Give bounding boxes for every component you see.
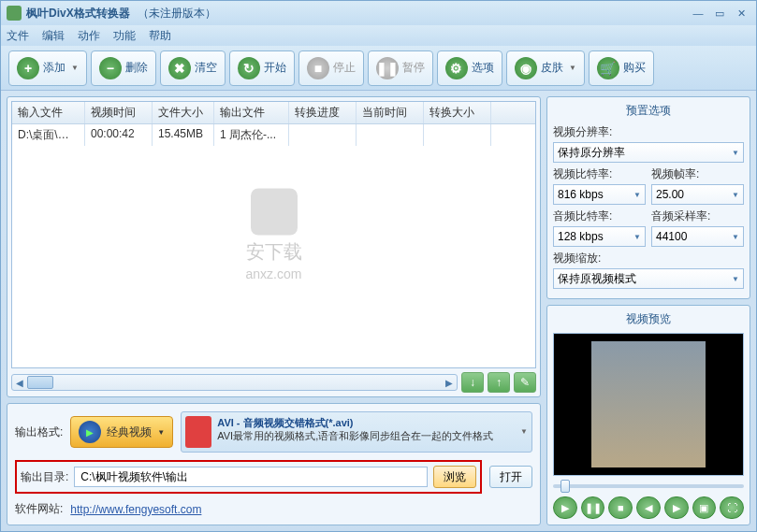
col-input[interactable]: 输入文件 [12, 102, 85, 123]
refresh-icon: ↻ [238, 57, 260, 79]
menu-help[interactable]: 帮助 [149, 28, 171, 44]
output-dir-input[interactable] [74, 467, 428, 487]
add-button[interactable]: +添加▼ [8, 50, 87, 86]
chevron-down-icon: ▼ [732, 191, 739, 199]
col-size[interactable]: 文件大小 [153, 102, 214, 123]
col-time[interactable]: 当前时间 [357, 102, 424, 123]
app-window: 枫叶DivX格式转换器 （未注册版本） — ▭ ✕ 文件 编辑 动作 功能 帮助… [0, 0, 757, 532]
samplerate-select[interactable]: 44100▼ [651, 226, 744, 247]
pause-button[interactable]: ❚❚ [581, 496, 605, 519]
table-body[interactable]: D:\桌面\说明... 00:00:42 15.45MB 1 周杰伦-... [12, 124, 535, 367]
scroll-left-icon[interactable]: ◀ [12, 375, 27, 390]
table-row[interactable]: D:\桌面\说明... 00:00:42 15.45MB 1 周杰伦-... [12, 124, 535, 146]
delete-button[interactable]: −删除 [91, 50, 156, 86]
framerate-select[interactable]: 25.00▼ [651, 184, 744, 205]
horizontal-scrollbar[interactable]: ◀ ▶ [11, 374, 458, 391]
col-output[interactable]: 输出文件 [214, 102, 289, 123]
output-dir-label: 输出目录: [21, 469, 68, 485]
col-duration[interactable]: 视频时间 [85, 102, 153, 123]
resolution-select[interactable]: 保持原分辨率▼ [553, 142, 744, 163]
zoom-select[interactable]: 保持原视频模式▼ [553, 268, 744, 289]
start-button[interactable]: ↻开始 [229, 50, 295, 86]
menu-edit[interactable]: 编辑 [42, 28, 65, 44]
col-outsize[interactable]: 转换大小 [424, 102, 491, 123]
content-area: 输入文件 视频时间 文件大小 输出文件 转换进度 当前时间 转换大小 D:\桌面… [1, 91, 756, 531]
chevron-down-icon: ▼ [157, 428, 165, 437]
right-column: 预置选项 视频分辨率: 保持原分辨率▼ 视频比特率: 816 kbps▼ 视频帧… [546, 96, 750, 525]
preview-area[interactable] [553, 333, 744, 476]
file-list-panel: 输入文件 视频时间 文件大小 输出文件 转换进度 当前时间 转换大小 D:\桌面… [7, 96, 541, 397]
stop-icon: ■ [307, 57, 329, 79]
seek-slider[interactable] [553, 482, 744, 491]
format-description[interactable]: AVI - 音频视频交错格式(*.avi) AVI最常用的视频格式,语音和影像同… [181, 411, 532, 453]
video-bitrate-label: 视频比特率: [553, 166, 646, 182]
plus-icon: + [17, 57, 39, 79]
play-icon: ▶ [79, 421, 101, 443]
zoom-label: 视频缩放: [553, 251, 744, 266]
chevron-down-icon: ▼ [520, 427, 528, 437]
menu-action[interactable]: 动作 [78, 28, 100, 44]
skin-button[interactable]: ◉皮肤▼ [506, 50, 585, 86]
browse-button[interactable]: 浏览 [433, 466, 476, 488]
output-panel: 输出格式: ▶ 经典视频 ▼ AVI - 音频视频交错格式(*.avi) AVI… [7, 403, 541, 525]
preview-thumbnail [591, 341, 705, 468]
app-icon [7, 6, 22, 21]
preview-panel: 视频预览 ▶ ❚❚ ■ ◀ ▶ ▣ ⛶ [546, 305, 750, 525]
output-dir-row: 输出目录: 浏览 [15, 460, 482, 494]
app-title: 枫叶DivX格式转换器 [26, 6, 130, 22]
play-button[interactable]: ▶ [553, 496, 577, 519]
audio-bitrate-select[interactable]: 128 kbps▼ [553, 226, 646, 247]
move-up-button[interactable]: ↑ [488, 372, 510, 393]
samplerate-label: 音频采样率: [651, 208, 744, 224]
options-button[interactable]: ⚙选项 [437, 50, 502, 86]
chevron-down-icon: ▼ [569, 64, 576, 72]
chevron-down-icon: ▼ [732, 233, 739, 241]
prev-button[interactable]: ◀ [636, 496, 661, 519]
fullscreen-button[interactable]: ⛶ [720, 496, 744, 519]
app-subtitle: （未注册版本） [138, 6, 216, 22]
menubar: 文件 编辑 动作 功能 帮助 [1, 25, 756, 46]
clear-button[interactable]: ✖清空 [160, 50, 226, 86]
audio-bitrate-label: 音频比特率: [553, 208, 646, 224]
stop-button[interactable]: ■ [608, 496, 633, 519]
output-format-label: 输出格式: [15, 424, 63, 440]
next-button[interactable]: ▶ [664, 496, 689, 519]
minimize-button[interactable]: — [689, 6, 707, 21]
move-down-button[interactable]: ↓ [461, 372, 484, 393]
titlebar[interactable]: 枫叶DivX格式转换器 （未注册版本） — ▭ ✕ [1, 1, 756, 25]
maximize-button[interactable]: ▭ [710, 6, 729, 21]
chevron-down-icon: ▼ [732, 149, 739, 157]
framerate-label: 视频帧率: [651, 166, 744, 182]
settings-panel: 预置选项 视频分辨率: 保持原分辨率▼ 视频比特率: 816 kbps▼ 视频帧… [546, 96, 750, 299]
open-button[interactable]: 打开 [489, 466, 532, 488]
edit-button[interactable]: ✎ [514, 372, 536, 393]
chevron-down-icon: ▼ [71, 64, 79, 72]
snapshot-button[interactable]: ▣ [692, 496, 717, 519]
scroll-thumb[interactable] [27, 376, 53, 389]
website-link[interactable]: http://www.fengyesoft.com [70, 503, 201, 516]
pause-button[interactable]: ❚❚暂停 [368, 50, 433, 86]
resolution-label: 视频分辨率: [553, 124, 744, 140]
scroll-controls: ◀ ▶ ↓ ↑ ✎ [11, 372, 536, 393]
col-progress[interactable]: 转换进度 [289, 102, 357, 123]
menu-file[interactable]: 文件 [7, 28, 29, 44]
tools-icon: ⚙ [445, 57, 468, 79]
video-bitrate-select[interactable]: 816 kbps▼ [553, 184, 646, 205]
table-header: 输入文件 视频时间 文件大小 输出文件 转换进度 当前时间 转换大小 [12, 102, 535, 124]
minus-icon: − [99, 57, 122, 79]
chevron-down-icon: ▼ [633, 233, 641, 241]
scroll-right-icon[interactable]: ▶ [442, 375, 457, 390]
chevron-down-icon: ▼ [732, 275, 739, 283]
cart-icon: 🛒 [597, 57, 619, 79]
preview-title: 视频预览 [553, 311, 744, 327]
close-button[interactable]: ✕ [732, 6, 750, 21]
format-select-button[interactable]: ▶ 经典视频 ▼ [70, 416, 173, 448]
buy-button[interactable]: 🛒购买 [589, 50, 654, 86]
skin-icon: ◉ [515, 57, 537, 79]
pause-icon: ❚❚ [376, 57, 399, 79]
toolbar: +添加▼ −删除 ✖清空 ↻开始 ■停止 ❚❚暂停 ⚙选项 ◉皮肤▼ 🛒购买 [1, 46, 756, 91]
stop-button[interactable]: ■停止 [298, 50, 364, 86]
menu-function[interactable]: 功能 [113, 28, 136, 44]
website-label: 软件网站: [15, 501, 63, 517]
document-icon [185, 416, 211, 448]
